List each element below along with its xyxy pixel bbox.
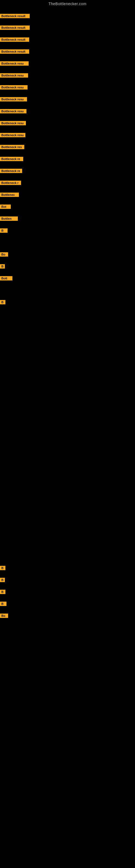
bottleneck-result-badge: Bott [0,276,12,280]
bottleneck-result-badge: Bottleneck resu [0,133,26,137]
bottleneck-result-badge: Bot [0,205,11,209]
bottleneck-result-badge: Bottleneck result [0,37,29,42]
bottleneck-result-badge: Bo [0,252,8,257]
bottleneck-result-badge: B [0,590,5,594]
bottleneck-result-badge: Bottleneck re [0,157,23,161]
bottleneck-result-badge: Bottleneck resu [0,61,29,66]
bottleneck-result-badge: Bottleneck res [0,145,24,149]
bottleneck-result-badge: B [0,228,8,233]
bottleneck-result-badge: Bottleneck resu [0,85,28,90]
bottleneck-result-badge: Bottleneck resu [0,97,27,101]
bottleneck-result-badge: B [0,264,5,269]
bottleneck-result-badge: B [0,566,5,570]
bottleneck-result-badge: Bottleneck result [0,50,29,54]
bottleneck-result-badge: Bottlenec [0,193,19,197]
bottleneck-result-badge: B [0,601,6,606]
bottleneck-result-badge: Bottleneck resu [0,121,26,125]
bottleneck-result-badge: Bottlen [0,216,18,221]
site-title: TheBottlenecker.com [0,0,135,7]
bottleneck-result-badge: Bottleneck result [0,26,30,30]
bottleneck-result-badge: Bottleneck result [0,14,30,18]
bottleneck-result-badge: B [0,578,5,582]
bottleneck-result-badge: Bottleneck resu [0,109,27,113]
bottleneck-result-badge: Bottleneck re [0,169,22,173]
bottleneck-result-badge: Bottleneck r [0,181,21,185]
bottleneck-result-badge: B [0,300,5,304]
bottleneck-result-badge: Bottleneck resu [0,73,28,78]
bottleneck-result-badge: Bo [0,614,8,618]
